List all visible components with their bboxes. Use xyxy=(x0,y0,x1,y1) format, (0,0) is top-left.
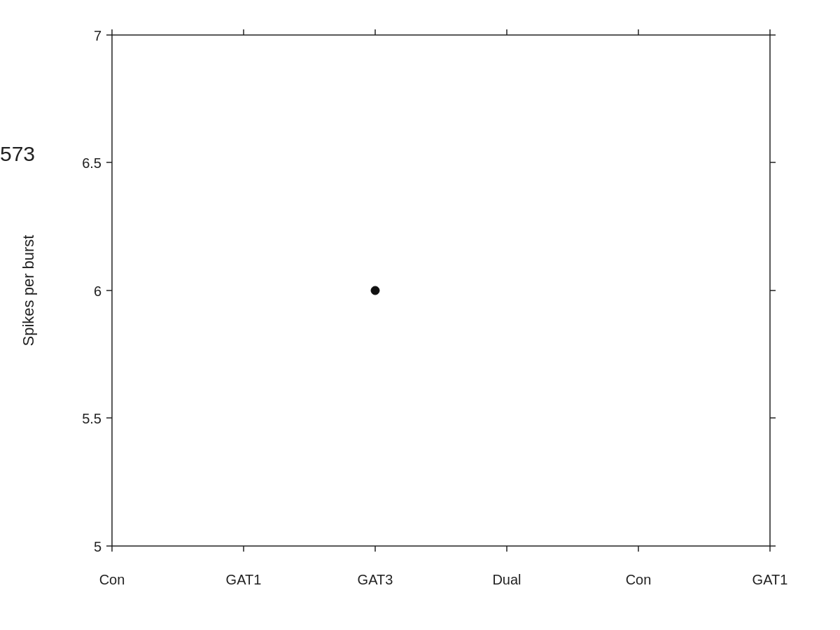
plot-background xyxy=(112,35,770,546)
x-label-gat3: GAT3 xyxy=(358,572,393,587)
data-point-gat3 xyxy=(371,286,379,295)
x-label-gat1-2: GAT1 xyxy=(752,572,788,587)
chart-container: 7 6.5 6 5.5 5 Con GAT1 GAT3 Dual Con GAT… xyxy=(0,0,840,630)
chart-svg: 7 6.5 6 5.5 5 Con GAT1 GAT3 Dual Con GAT… xyxy=(0,0,840,630)
x-label-con1: Con xyxy=(99,572,125,587)
y-tick-6: 6 xyxy=(94,284,102,299)
y-tick-5: 5 xyxy=(94,539,102,554)
partial-label-left: 573 xyxy=(0,142,35,165)
y-tick-7: 7 xyxy=(94,28,102,43)
x-label-dual: Dual xyxy=(492,572,521,587)
y-tick-6.5: 6.5 xyxy=(82,155,102,171)
y-tick-5.5: 5.5 xyxy=(82,411,102,426)
x-label-gat1-1: GAT1 xyxy=(226,572,262,587)
x-label-con2: Con xyxy=(626,572,652,587)
y-axis-label: Spikes per burst xyxy=(20,235,37,346)
